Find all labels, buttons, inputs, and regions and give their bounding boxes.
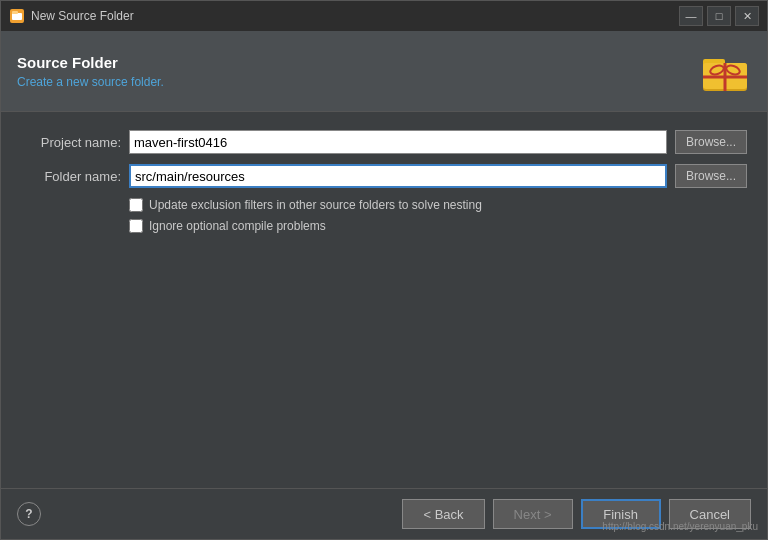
title-bar: New Source Folder — □ ✕ bbox=[1, 1, 767, 31]
window-title: New Source Folder bbox=[31, 9, 679, 23]
next-button[interactable]: Next > bbox=[493, 499, 573, 529]
window-controls: — □ ✕ bbox=[679, 6, 759, 26]
checkbox1-label: Update exclusion filters in other source… bbox=[149, 198, 482, 212]
checkbox1-row: Update exclusion filters in other source… bbox=[129, 198, 747, 212]
dialog-title: Source Folder bbox=[17, 54, 164, 71]
back-button[interactable]: < Back bbox=[402, 499, 484, 529]
project-name-input[interactable] bbox=[129, 130, 667, 154]
update-exclusion-checkbox[interactable] bbox=[129, 198, 143, 212]
project-name-row: Project name: Browse... bbox=[21, 130, 747, 154]
footer-buttons: < Back Next > Finish Cancel bbox=[402, 499, 751, 529]
checkbox2-row: Ignore optional compile problems bbox=[129, 219, 747, 233]
folder-name-label: Folder name: bbox=[21, 169, 121, 184]
ignore-compile-checkbox[interactable] bbox=[129, 219, 143, 233]
svg-rect-2 bbox=[12, 11, 18, 14]
header-text-group: Source Folder Create a new source folder… bbox=[17, 54, 164, 89]
close-button[interactable]: ✕ bbox=[735, 6, 759, 26]
dialog-window: New Source Folder — □ ✕ Source Folder Cr… bbox=[0, 0, 768, 540]
footer: ? < Back Next > Finish Cancel bbox=[1, 488, 767, 539]
checkbox2-label: Ignore optional compile problems bbox=[149, 219, 326, 233]
minimize-button[interactable]: — bbox=[679, 6, 703, 26]
svg-rect-1 bbox=[12, 13, 22, 20]
dialog-subtitle: Create a new source folder. bbox=[17, 75, 164, 89]
header-panel: Source Folder Create a new source folder… bbox=[1, 31, 767, 112]
maximize-button[interactable]: □ bbox=[707, 6, 731, 26]
folder-icon bbox=[699, 45, 751, 97]
project-name-label: Project name: bbox=[21, 135, 121, 150]
window-icon bbox=[9, 8, 25, 24]
finish-button[interactable]: Finish bbox=[581, 499, 661, 529]
project-browse-button[interactable]: Browse... bbox=[675, 130, 747, 154]
form-content: Project name: Browse... Folder name: Bro… bbox=[1, 112, 767, 488]
help-button[interactable]: ? bbox=[17, 502, 41, 526]
folder-name-row: Folder name: Browse... bbox=[21, 164, 747, 188]
cancel-button[interactable]: Cancel bbox=[669, 499, 751, 529]
folder-browse-button[interactable]: Browse... bbox=[675, 164, 747, 188]
folder-name-input[interactable] bbox=[129, 164, 667, 188]
